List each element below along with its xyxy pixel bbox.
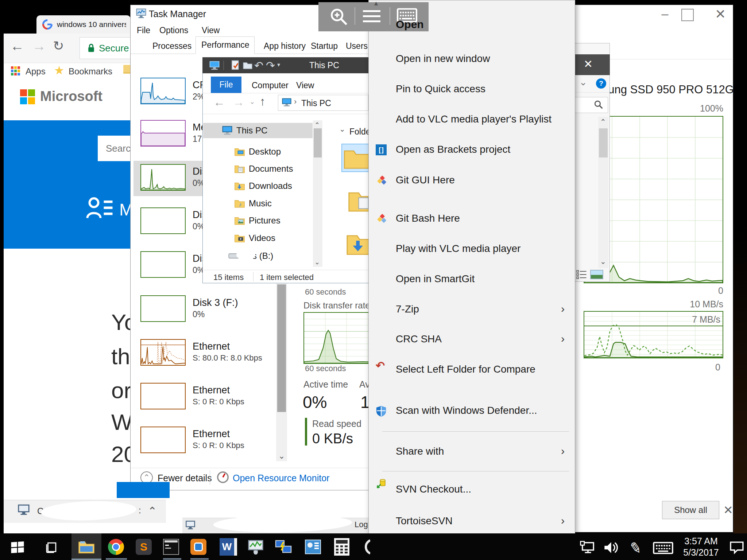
tab-file[interactable]: File	[211, 77, 241, 93]
qat-newfolder-icon[interactable]	[243, 61, 253, 70]
menu-tool-icon[interactable]	[363, 10, 380, 23]
tab-computer[interactable]: Computer	[252, 81, 289, 90]
nav-history-icon[interactable]: ⌄	[249, 98, 255, 106]
tab-processes-label[interactable]: Processes	[152, 41, 191, 51]
menu-item-vlc-playlist[interactable]: Add to VLC media player's Playlist	[396, 113, 551, 125]
task-view-button[interactable]	[44, 540, 58, 554]
menu-item-open-new-window[interactable]: Open in new window	[396, 53, 490, 65]
shelf-collapse-icon[interactable]: ⌃	[148, 505, 157, 517]
tm-sidebar-item-memory[interactable]	[140, 120, 186, 147]
tm-menu-options[interactable]: Options	[159, 26, 188, 35]
taskbar-cmd-button[interactable]	[163, 539, 179, 555]
tray-clock-time[interactable]: 3:57 AM	[679, 536, 723, 547]
menu-scroll-up-icon[interactable]: ▴	[374, 0, 378, 7]
tm-menu-view[interactable]: View	[202, 26, 220, 35]
menu-item-git-gui[interactable]: Git GUI Here	[396, 174, 455, 186]
menu-item-open[interactable]: Open	[396, 18, 424, 31]
menu-item-smartgit[interactable]: Open in SmartGit	[396, 273, 475, 285]
menu-item-share-with[interactable]: Share with	[396, 446, 444, 457]
menu-item-7zip[interactable]: 7-Zip	[396, 303, 419, 315]
bookmark-star-icon[interactable]: ★	[54, 63, 65, 77]
zoom-tool-icon[interactable]	[329, 7, 348, 26]
taskbar-calculator-button[interactable]	[334, 538, 349, 556]
shelf-close-icon[interactable]: ✕	[723, 503, 733, 517]
bookmarks-label[interactable]: Bookmarks	[69, 66, 112, 77]
explorer-scroll-thumb[interactable]	[314, 128, 322, 158]
tm-sidebar-item-disk2[interactable]	[140, 251, 186, 278]
main-folder-desktop[interactable]	[341, 144, 371, 172]
chrome-tab[interactable]: windows 10 anniversary	[36, 15, 131, 34]
menu-item-vlc-play[interactable]: Play with VLC media player	[396, 243, 520, 254]
open-resource-monitor-link[interactable]: Open Resource Monitor	[233, 473, 329, 483]
tm-menu-file[interactable]: File	[137, 26, 150, 35]
tray-clock-date[interactable]: 5/3/2017	[679, 547, 723, 558]
panel-scroll-down-icon[interactable]: ⌄	[600, 257, 606, 266]
panel-list-view-icon[interactable]	[576, 270, 587, 279]
maximize-button[interactable]	[681, 9, 694, 21]
panel-scroll-thumb[interactable]	[599, 128, 608, 158]
panel-close-icon[interactable]: ✕	[584, 58, 593, 70]
panel-help-button[interactable]: ?	[596, 78, 606, 89]
tree-item-thispc[interactable]: This PC	[204, 122, 267, 139]
breadcrumb[interactable]: This PC	[301, 98, 331, 108]
tree-item-downloads[interactable]: Downloads	[204, 178, 292, 194]
tab-view[interactable]: View	[296, 81, 314, 90]
explorer-scroll-down-icon[interactable]: ⌄	[314, 258, 320, 266]
close-button[interactable]: ✕	[709, 7, 731, 22]
breadcrumb-chevron-icon[interactable]: ›	[294, 97, 297, 106]
taskbar-explorer-button[interactable]	[78, 539, 95, 555]
menu-item-pin-quick-access[interactable]: Pin to Quick access	[396, 83, 485, 95]
taskbar-chrome-button[interactable]	[108, 539, 124, 555]
tab-app-history-label[interactable]: App history	[264, 41, 306, 51]
panel-scroll-up-icon[interactable]: ⌃	[600, 117, 606, 126]
menu-item-svn-checkout[interactable]: SVN Checkout...	[396, 483, 471, 495]
reload-icon[interactable]: ↻	[53, 38, 64, 54]
menu-item-tortoisesvn[interactable]: TortoiseSVN	[396, 515, 453, 527]
tm-sidebar-item-eth3[interactable]	[140, 427, 186, 453]
menu-item-git-bash[interactable]: Git Bash Here	[396, 213, 460, 224]
start-button[interactable]	[10, 540, 25, 554]
apps-label[interactable]: Apps	[26, 66, 46, 77]
taskbar-perfmon-button[interactable]	[247, 539, 264, 555]
panel-search-icon[interactable]	[594, 100, 603, 109]
forward-icon[interactable]: →	[32, 38, 46, 54]
tm-scroll-thumb[interactable]	[277, 284, 286, 412]
taskbar-app-orange-button[interactable]	[190, 539, 206, 555]
tm-scroll-down-icon[interactable]: ⌄	[278, 451, 285, 461]
back-icon[interactable]: ←	[10, 38, 24, 54]
menu-item-crc-sha[interactable]: CRC SHA	[396, 333, 442, 345]
explorer-scroll-up-icon[interactable]: ⌃	[314, 121, 320, 129]
tray-volume-icon[interactable]	[603, 540, 619, 555]
nav-forward-icon[interactable]: →	[233, 96, 244, 109]
tree-item-pictures[interactable]: Pictures	[204, 213, 280, 229]
taskbar-remote-button[interactable]	[275, 539, 292, 555]
taskbar-word-button[interactable]: W	[220, 538, 237, 556]
minimize-button[interactable]: –	[654, 7, 676, 22]
resource-monitor-icon[interactable]	[217, 471, 229, 483]
tree-item-desktop[interactable]: Desktop	[204, 144, 281, 160]
panel-chevron-down-icon[interactable]: ⌄	[579, 77, 587, 88]
page-blue-button[interactable]	[117, 482, 170, 498]
tree-item-music[interactable]: ♪ Music	[204, 195, 272, 211]
action-center-icon[interactable]	[729, 540, 744, 554]
tm-sidebar-item-eth1[interactable]	[140, 339, 186, 366]
tm-sidebar-item-eth2[interactable]	[140, 383, 186, 409]
tab-startup-label[interactable]: Startup	[311, 41, 338, 51]
taskbar-sublime-button[interactable]: S	[136, 539, 152, 555]
qat-dropdown-icon[interactable]: ▾	[277, 61, 280, 68]
tm-sidebar-item-disk1[interactable]	[140, 207, 186, 234]
panel-thumbnail-view-icon[interactable]	[590, 270, 603, 279]
qat-properties-icon[interactable]	[231, 60, 240, 71]
tray-network-icon[interactable]	[580, 541, 596, 555]
taskbar-partial-icon[interactable]	[363, 539, 370, 555]
qat-redo-icon[interactable]: ↷	[266, 59, 275, 72]
tm-sidebar-item-disk0[interactable]	[140, 164, 186, 191]
taskbar-monitor-blue-button[interactable]	[305, 540, 321, 554]
menu-item-brackets[interactable]: Open as Brackets project	[396, 144, 510, 155]
menu-item-select-left-folder[interactable]: Select Left Folder for Compare	[396, 363, 535, 375]
nav-up-icon[interactable]: ↑	[260, 95, 266, 108]
show-all-button[interactable]: Show all	[662, 501, 719, 519]
tab-performance-label[interactable]: Performance	[201, 40, 249, 50]
tray-keyboard-icon[interactable]	[653, 542, 673, 554]
menu-item-defender-scan[interactable]: Scan with Windows Defender...	[396, 405, 537, 416]
